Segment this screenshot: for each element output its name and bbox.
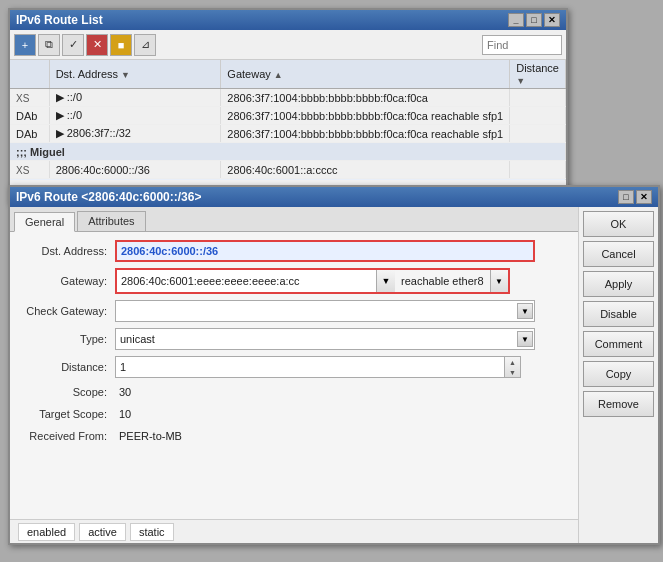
received-from-row: Received From: PEER-to-MB (20, 428, 568, 444)
row-dst: ▶ 2806:3f7::/32 (49, 125, 221, 143)
comment-toolbar-button[interactable]: ■ (110, 34, 132, 56)
comment-button[interactable]: Comment (583, 331, 654, 357)
maximize-button[interactable]: □ (526, 13, 542, 27)
apply-button[interactable]: Apply (583, 271, 654, 297)
tab-attributes[interactable]: Attributes (77, 211, 145, 231)
scope-row: Scope: 30 (20, 384, 568, 400)
scope-label: Scope: (20, 386, 115, 398)
comment-label: ;;; Ruta para Router Admin 1 (10, 179, 566, 181)
route-list-window: IPv6 Route List _ □ ✕ + ⧉ ✓ ✕ ■ ⊿ Dst. A… (8, 8, 568, 203)
type-select[interactable]: unicast (115, 328, 535, 350)
scope-value: 30 (115, 384, 135, 400)
target-scope-row: Target Scope: 10 (20, 406, 568, 422)
table-row[interactable]: DAb ▶ 2806:3f7::/32 2806:3f7:1004:bbbb:b… (10, 125, 566, 143)
gateway-row: Gateway: ▼ reachable ether8 ▼ (20, 268, 568, 294)
row-dst: 2806:40c:6000::/36 (49, 161, 221, 179)
route-table: Dst. Address ▼ Gateway ▲ Distance ▼ XS ▶… (10, 60, 566, 180)
type-select-wrapper: unicast ▼ (115, 328, 535, 350)
target-scope-value: 10 (115, 406, 135, 422)
filter-button[interactable]: ⊿ (134, 34, 156, 56)
distance-spin-up[interactable]: ▲ (505, 357, 520, 367)
minimize-detail-button[interactable]: □ (618, 190, 634, 204)
check-gateway-select-wrapper: ▼ (115, 300, 535, 322)
col-header-dst[interactable]: Dst. Address ▼ (49, 60, 221, 89)
dst-address-label: Dst. Address: (20, 245, 115, 257)
type-label: Type: (20, 333, 115, 345)
received-from-label: Received From: (20, 430, 115, 442)
close-button[interactable]: ✕ (544, 13, 560, 27)
row-gateway: 2806:3f7:1004:bbbb:bbbb:bbbb:f0ca:f0ca r… (221, 107, 510, 125)
close-detail-button[interactable]: ✕ (636, 190, 652, 204)
target-scope-label: Target Scope: (20, 408, 115, 420)
row-dst: ▶ ::/0 (49, 107, 221, 125)
row-dist (510, 161, 566, 179)
check-gateway-select[interactable] (115, 300, 535, 322)
gateway-dropdown-button[interactable]: ▼ (377, 270, 395, 292)
distance-input[interactable] (115, 356, 505, 378)
table-row[interactable]: XS 2806:40c:6000::/36 2806:40c:6001::a:c… (10, 161, 566, 179)
row-gateway: 2806:40c:6001::a:cccc (221, 161, 510, 179)
route-list-titlebar: IPv6 Route List _ □ ✕ (10, 10, 566, 30)
route-detail-window-controls: □ ✕ (618, 190, 652, 204)
table-row[interactable]: XS ▶ ::/0 2806:3f7:1004:bbbb:bbbb:bbbb:f… (10, 89, 566, 107)
delete-button[interactable]: ✕ (86, 34, 108, 56)
status-static: static (130, 523, 174, 541)
row-gateway: 2806:3f7:1004:bbbb:bbbb:bbbb:f0ca:f0ca r… (221, 125, 510, 143)
received-from-value: PEER-to-MB (115, 428, 186, 444)
group-label: ;;; Miguel (10, 143, 566, 161)
route-list-window-controls: _ □ ✕ (508, 13, 560, 27)
row-dist (510, 125, 566, 143)
add-button[interactable]: + (14, 34, 36, 56)
dst-address-input[interactable] (115, 240, 535, 262)
form-area: Dst. Address: Gateway: ▼ reachable ether… (10, 232, 578, 519)
row-dist (510, 89, 566, 107)
col-header-gateway[interactable]: Gateway ▲ (221, 60, 510, 89)
check-button[interactable]: ✓ (62, 34, 84, 56)
dst-address-row: Dst. Address: (20, 240, 568, 262)
copy-toolbar-button[interactable]: ⧉ (38, 34, 60, 56)
check-gateway-row: Check Gateway: ▼ (20, 300, 568, 322)
col-header-flags (10, 60, 49, 89)
sort-arrow-gateway: ▲ (274, 70, 283, 80)
row-flags: DAb (10, 107, 49, 125)
detail-body: General Attributes Dst. Address: Gateway… (10, 207, 658, 543)
tab-bar: General Attributes (10, 207, 578, 232)
route-detail-titlebar: IPv6 Route <2806:40c:6000::/36> □ ✕ (10, 187, 658, 207)
sort-arrow-distance: ▼ (516, 76, 525, 86)
reachable-dropdown-button[interactable]: ▼ (490, 270, 508, 292)
col-header-distance[interactable]: Distance ▼ (510, 60, 566, 89)
copy-button[interactable]: Copy (583, 361, 654, 387)
remove-button[interactable]: Remove (583, 391, 654, 417)
ok-button[interactable]: OK (583, 211, 654, 237)
row-flags: DAb (10, 125, 49, 143)
comment-row: ;;; Ruta para Router Admin 1 (10, 179, 566, 181)
distance-input-wrapper: ▲ ▼ (115, 356, 521, 378)
disable-button[interactable]: Disable (583, 301, 654, 327)
reachable-text: reachable ether8 (395, 270, 490, 292)
detail-sidebar: OK Cancel Apply Disable Comment Copy Rem… (578, 207, 658, 543)
gateway-input[interactable] (117, 270, 377, 292)
table-row[interactable]: DAb ▶ ::/0 2806:3f7:1004:bbbb:bbbb:bbbb:… (10, 107, 566, 125)
status-active: active (79, 523, 126, 541)
cancel-button[interactable]: Cancel (583, 241, 654, 267)
route-detail-window: IPv6 Route <2806:40c:6000::/36> □ ✕ Gene… (8, 185, 660, 545)
status-enabled: enabled (18, 523, 75, 541)
row-dist (510, 107, 566, 125)
route-table-container: Dst. Address ▼ Gateway ▲ Distance ▼ XS ▶… (10, 60, 566, 180)
sort-arrow-dst: ▼ (121, 70, 130, 80)
find-input[interactable] (482, 35, 562, 55)
tab-general[interactable]: General (14, 212, 75, 232)
row-gateway: 2806:3f7:1004:bbbb:bbbb:bbbb:f0ca:f0ca (221, 89, 510, 107)
row-flags: XS (10, 161, 49, 179)
row-flags: XS (10, 89, 49, 107)
detail-main: General Attributes Dst. Address: Gateway… (10, 207, 578, 543)
distance-row: Distance: ▲ ▼ (20, 356, 568, 378)
distance-spinner[interactable]: ▲ ▼ (505, 356, 521, 378)
route-detail-title: IPv6 Route <2806:40c:6000::/36> (16, 190, 201, 204)
row-dst: ▶ ::/0 (49, 89, 221, 107)
route-list-title: IPv6 Route List (16, 13, 103, 27)
group-header-row: ;;; Miguel (10, 143, 566, 161)
distance-spin-down[interactable]: ▼ (505, 367, 520, 377)
route-list-toolbar: + ⧉ ✓ ✕ ■ ⊿ (10, 30, 566, 60)
minimize-button[interactable]: _ (508, 13, 524, 27)
